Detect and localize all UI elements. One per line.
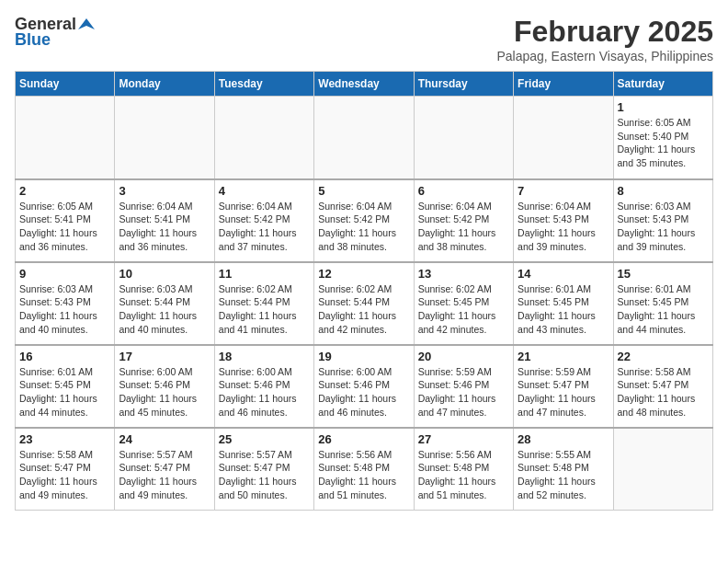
calendar-day-cell — [16, 97, 115, 179]
day-number: 9 — [19, 267, 110, 281]
day-number: 1 — [618, 100, 709, 114]
calendar-day-cell — [514, 97, 613, 179]
calendar-week-row: 2Sunrise: 6:05 AM Sunset: 5:41 PM Daylig… — [16, 179, 713, 262]
day-number: 26 — [318, 432, 409, 446]
day-number: 7 — [518, 184, 609, 198]
column-header-monday: Monday — [115, 72, 214, 97]
calendar-day-cell — [115, 97, 214, 179]
title-block: February 2025 Palapag, Eastern Visayas, … — [496, 15, 713, 63]
day-number: 28 — [518, 432, 609, 446]
calendar-day-cell: 5Sunrise: 6:04 AM Sunset: 5:42 PM Daylig… — [314, 179, 414, 262]
calendar-day-cell: 20Sunrise: 5:59 AM Sunset: 5:46 PM Dayli… — [414, 345, 513, 428]
calendar-day-cell: 17Sunrise: 6:00 AM Sunset: 5:46 PM Dayli… — [115, 345, 214, 428]
calendar-day-cell: 19Sunrise: 6:00 AM Sunset: 5:46 PM Dayli… — [314, 345, 414, 428]
calendar-week-row: 23Sunrise: 5:58 AM Sunset: 5:47 PM Dayli… — [16, 428, 713, 511]
calendar-day-cell: 23Sunrise: 5:58 AM Sunset: 5:47 PM Dayli… — [16, 428, 115, 511]
day-number: 4 — [219, 184, 310, 198]
day-number: 16 — [19, 350, 110, 363]
day-number: 15 — [618, 267, 709, 281]
day-info: Sunrise: 5:58 AM Sunset: 5:47 PM Dayligh… — [19, 448, 110, 502]
calendar-day-cell: 10Sunrise: 6:03 AM Sunset: 5:44 PM Dayli… — [115, 262, 214, 345]
calendar-day-cell: 24Sunrise: 5:57 AM Sunset: 5:47 PM Dayli… — [115, 428, 214, 511]
day-info: Sunrise: 6:03 AM Sunset: 5:44 PM Dayligh… — [119, 282, 210, 337]
day-info: Sunrise: 5:59 AM Sunset: 5:47 PM Dayligh… — [518, 365, 609, 419]
calendar-day-cell: 1Sunrise: 6:05 AM Sunset: 5:40 PM Daylig… — [613, 97, 712, 179]
day-info: Sunrise: 5:57 AM Sunset: 5:47 PM Dayligh… — [119, 448, 210, 502]
calendar-day-cell: 28Sunrise: 5:55 AM Sunset: 5:48 PM Dayli… — [514, 428, 613, 511]
page-title: February 2025 — [496, 15, 713, 49]
day-number: 24 — [119, 432, 210, 446]
calendar-week-row: 16Sunrise: 6:01 AM Sunset: 5:45 PM Dayli… — [16, 345, 713, 428]
day-info: Sunrise: 6:04 AM Sunset: 5:42 PM Dayligh… — [418, 200, 509, 254]
calendar-day-cell: 14Sunrise: 6:01 AM Sunset: 5:45 PM Dayli… — [514, 262, 613, 345]
svg-marker-0 — [78, 18, 95, 29]
day-number: 18 — [219, 350, 310, 363]
day-number: 20 — [418, 350, 509, 363]
day-info: Sunrise: 5:55 AM Sunset: 5:48 PM Dayligh… — [518, 448, 609, 502]
day-number: 3 — [119, 184, 210, 198]
calendar-day-cell: 18Sunrise: 6:00 AM Sunset: 5:46 PM Dayli… — [214, 345, 313, 428]
calendar-header-row: SundayMondayTuesdayWednesdayThursdayFrid… — [16, 72, 713, 97]
day-info: Sunrise: 6:01 AM Sunset: 5:45 PM Dayligh… — [19, 365, 110, 419]
day-info: Sunrise: 6:00 AM Sunset: 5:46 PM Dayligh… — [318, 365, 409, 419]
day-info: Sunrise: 5:56 AM Sunset: 5:48 PM Dayligh… — [418, 448, 509, 502]
page-subtitle: Palapag, Eastern Visayas, Philippines — [496, 49, 713, 63]
calendar-day-cell: 4Sunrise: 6:04 AM Sunset: 5:42 PM Daylig… — [214, 179, 313, 262]
logo: General Blue — [15, 15, 97, 50]
column-header-tuesday: Tuesday — [214, 72, 313, 97]
day-info: Sunrise: 6:02 AM Sunset: 5:45 PM Dayligh… — [418, 282, 509, 337]
day-number: 6 — [418, 184, 509, 198]
day-info: Sunrise: 6:03 AM Sunset: 5:43 PM Dayligh… — [19, 282, 110, 337]
day-number: 5 — [318, 184, 409, 198]
day-info: Sunrise: 6:01 AM Sunset: 5:45 PM Dayligh… — [618, 282, 709, 337]
column-header-friday: Friday — [514, 72, 613, 97]
day-number: 11 — [219, 267, 310, 281]
day-info: Sunrise: 5:59 AM Sunset: 5:46 PM Dayligh… — [418, 365, 509, 419]
day-info: Sunrise: 6:05 AM Sunset: 5:41 PM Dayligh… — [19, 200, 110, 254]
day-info: Sunrise: 6:04 AM Sunset: 5:42 PM Dayligh… — [318, 200, 409, 254]
calendar-day-cell: 3Sunrise: 6:04 AM Sunset: 5:41 PM Daylig… — [115, 179, 214, 262]
day-info: Sunrise: 5:58 AM Sunset: 5:47 PM Dayligh… — [618, 365, 709, 419]
calendar-day-cell: 7Sunrise: 6:04 AM Sunset: 5:43 PM Daylig… — [514, 179, 613, 262]
day-info: Sunrise: 6:05 AM Sunset: 5:40 PM Dayligh… — [618, 116, 709, 170]
day-number: 14 — [518, 267, 609, 281]
calendar-day-cell — [613, 428, 712, 511]
logo-blue: Blue — [15, 30, 51, 50]
calendar-day-cell — [414, 97, 513, 179]
calendar-week-row: 1Sunrise: 6:05 AM Sunset: 5:40 PM Daylig… — [16, 97, 713, 179]
column-header-saturday: Saturday — [613, 72, 712, 97]
calendar-day-cell: 21Sunrise: 5:59 AM Sunset: 5:47 PM Dayli… — [514, 345, 613, 428]
day-number: 12 — [318, 267, 409, 281]
calendar-day-cell: 9Sunrise: 6:03 AM Sunset: 5:43 PM Daylig… — [16, 262, 115, 345]
calendar-day-cell — [214, 97, 313, 179]
day-info: Sunrise: 6:00 AM Sunset: 5:46 PM Dayligh… — [219, 365, 310, 419]
calendar-day-cell: 16Sunrise: 6:01 AM Sunset: 5:45 PM Dayli… — [16, 345, 115, 428]
day-info: Sunrise: 6:02 AM Sunset: 5:44 PM Dayligh… — [318, 282, 409, 337]
day-info: Sunrise: 5:57 AM Sunset: 5:47 PM Dayligh… — [219, 448, 310, 502]
calendar-day-cell: 12Sunrise: 6:02 AM Sunset: 5:44 PM Dayli… — [314, 262, 414, 345]
day-number: 21 — [518, 350, 609, 363]
column-header-thursday: Thursday — [414, 72, 513, 97]
day-number: 8 — [618, 184, 709, 198]
day-number: 22 — [618, 350, 709, 363]
calendar-day-cell: 22Sunrise: 5:58 AM Sunset: 5:47 PM Dayli… — [613, 345, 712, 428]
calendar-day-cell: 25Sunrise: 5:57 AM Sunset: 5:47 PM Dayli… — [214, 428, 313, 511]
calendar-week-row: 9Sunrise: 6:03 AM Sunset: 5:43 PM Daylig… — [16, 262, 713, 345]
day-info: Sunrise: 6:02 AM Sunset: 5:44 PM Dayligh… — [219, 282, 310, 337]
day-info: Sunrise: 6:04 AM Sunset: 5:42 PM Dayligh… — [219, 200, 310, 254]
day-info: Sunrise: 6:01 AM Sunset: 5:45 PM Dayligh… — [518, 282, 609, 337]
day-number: 10 — [119, 267, 210, 281]
day-info: Sunrise: 6:04 AM Sunset: 5:43 PM Dayligh… — [518, 200, 609, 254]
day-info: Sunrise: 6:03 AM Sunset: 5:43 PM Dayligh… — [618, 200, 709, 254]
day-number: 19 — [318, 350, 409, 363]
calendar-day-cell: 2Sunrise: 6:05 AM Sunset: 5:41 PM Daylig… — [16, 179, 115, 262]
logo-bird-icon — [78, 17, 95, 33]
calendar-day-cell — [314, 97, 414, 179]
day-number: 25 — [219, 432, 310, 446]
calendar-day-cell: 27Sunrise: 5:56 AM Sunset: 5:48 PM Dayli… — [414, 428, 513, 511]
calendar-day-cell: 11Sunrise: 6:02 AM Sunset: 5:44 PM Dayli… — [214, 262, 313, 345]
column-header-sunday: Sunday — [16, 72, 115, 97]
calendar-day-cell: 13Sunrise: 6:02 AM Sunset: 5:45 PM Dayli… — [414, 262, 513, 345]
calendar-day-cell: 6Sunrise: 6:04 AM Sunset: 5:42 PM Daylig… — [414, 179, 513, 262]
calendar-table: SundayMondayTuesdayWednesdayThursdayFrid… — [15, 71, 713, 511]
